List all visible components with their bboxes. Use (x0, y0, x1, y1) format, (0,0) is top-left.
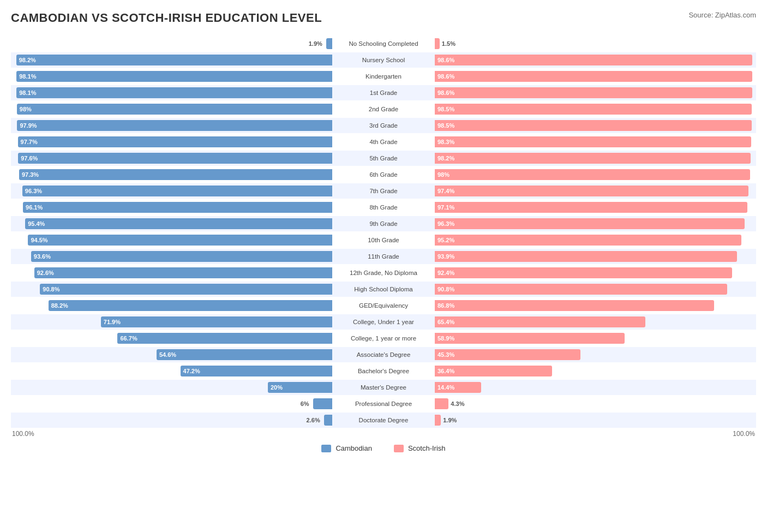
scotchirish-bar: 97.4% (435, 186, 748, 196)
cambodian-value: 96.3% (22, 188, 45, 194)
scotchirish-value: 14.4% (435, 384, 457, 391)
cambodian-value: 71.9% (101, 319, 123, 325)
cambodian-value: 98% (17, 106, 34, 112)
scotchirish-value: 92.4% (435, 270, 457, 276)
scotchirish-bar (435, 38, 440, 49)
scotchirish-value: 98% (435, 171, 452, 178)
bar-left-container: 92.6% (11, 265, 334, 280)
bar-row: 94.5%10th Grade95.2% (11, 232, 756, 248)
cambodian-bar: 97.6% (18, 153, 332, 164)
education-level-label: 4th Grade (334, 139, 433, 145)
scotchirish-bar: 14.4% (435, 382, 481, 393)
legend-scotchirish-box (394, 445, 404, 452)
cambodian-bar: 97.9% (17, 120, 332, 131)
education-level-label: 1st Grade (334, 89, 433, 96)
education-level-label: 8th Grade (334, 204, 433, 211)
cambodian-value: 97.9% (17, 122, 39, 129)
education-level-label: 3rd Grade (334, 122, 433, 129)
bar-left-container: 2.6% (11, 413, 334, 428)
scotchirish-value: 86.8% (435, 302, 457, 309)
bar-row: 6%Professional Degree4.3% (11, 396, 756, 411)
cambodian-bar: 98.2% (16, 55, 332, 65)
bar-row: 96.1%8th Grade97.1% (11, 200, 756, 215)
bar-row: 90.8%High School Diploma90.8% (11, 282, 756, 297)
cambodian-value: 96.1% (23, 204, 45, 211)
chart-title: CAMBODIAN VS SCOTCH-IRISH EDUCATION LEVE… (11, 11, 756, 25)
bar-right-container: 58.9% (433, 331, 756, 346)
bar-right-container: 90.8% (433, 282, 756, 297)
bar-left-container: 88.2% (11, 298, 334, 313)
bar-left-container: 96.3% (11, 183, 334, 199)
bar-row: 98%2nd Grade98.5% (11, 101, 756, 117)
cambodian-value: 47.2% (181, 368, 203, 374)
cambodian-bar (326, 38, 332, 49)
bar-row: 92.6%12th Grade, No Diploma92.4% (11, 265, 756, 280)
bar-left-container: 98% (11, 101, 334, 117)
education-level-label: Nursery School (334, 57, 433, 63)
bar-right-container: 95.2% (433, 232, 756, 248)
scotchirish-value: 90.8% (435, 286, 457, 292)
cambodian-bar: 98.1% (16, 87, 332, 98)
cambodian-bar: 54.6% (157, 349, 332, 360)
bar-left-container: 54.6% (11, 347, 334, 362)
bar-right-container: 98.6% (433, 85, 756, 100)
legend-cambodian: Cambodian (321, 444, 372, 452)
bar-left-container: 97.3% (11, 167, 334, 182)
bar-row: 96.3%7th Grade97.4% (11, 183, 756, 199)
cambodian-value: 95.4% (25, 220, 47, 227)
scotchirish-value: 98.6% (435, 89, 457, 96)
legend-scotchirish-label: Scotch-Irish (408, 444, 446, 452)
scotchirish-bar: 92.4% (435, 267, 732, 278)
bar-left-container: 98.2% (11, 52, 334, 68)
bar-right-container: 98% (433, 167, 756, 182)
bar-row: 97.9%3rd Grade98.5% (11, 118, 756, 133)
bar-right-container: 65.4% (433, 314, 756, 330)
bar-left-container: 20% (11, 380, 334, 395)
cambodian-bar: 95.4% (25, 218, 332, 229)
cambodian-value: 90.8% (40, 286, 62, 292)
scotchirish-value: 93.9% (435, 253, 457, 260)
bar-row: 71.9%College, Under 1 year65.4% (11, 314, 756, 330)
bar-left-container: 47.2% (11, 363, 334, 379)
education-level-label: Associate's Degree (334, 351, 433, 358)
cambodian-value: 98.2% (16, 57, 39, 63)
cambodian-bar: 47.2% (181, 366, 332, 376)
cambodian-bar: 97.7% (18, 136, 332, 147)
legend-cambodian-label: Cambodian (335, 444, 372, 452)
cambodian-bar: 98% (17, 104, 332, 115)
bar-right-container: 98.6% (433, 52, 756, 68)
bar-right-container: 97.4% (433, 183, 756, 199)
scotchirish-value: 98.2% (435, 155, 457, 162)
bar-left-container: 71.9% (11, 314, 334, 330)
scotchirish-bar: 90.8% (435, 284, 727, 295)
bar-row: 97.3%6th Grade98% (11, 167, 756, 182)
cambodian-value: 97.6% (18, 155, 40, 162)
scotchirish-value: 97.4% (435, 188, 457, 194)
bar-left-container: 96.1% (11, 200, 334, 215)
cambodian-value: 93.6% (31, 253, 53, 260)
education-level-label: 7th Grade (334, 188, 433, 194)
bar-left-container: 97.6% (11, 151, 334, 166)
scotchirish-value: 1.5% (442, 40, 456, 47)
scotchirish-bar: 98.2% (435, 153, 751, 164)
education-level-label: No Schooling Completed (334, 40, 433, 47)
bar-left-container: 90.8% (11, 282, 334, 297)
cambodian-value: 20% (268, 384, 285, 391)
bar-right-container: 96.3% (433, 216, 756, 231)
legend-scotchirish: Scotch-Irish (394, 444, 446, 452)
education-level-label: Master's Degree (334, 384, 433, 391)
cambodian-value: 92.6% (34, 270, 57, 276)
cambodian-bar: 93.6% (31, 251, 332, 262)
education-level-label: High School Diploma (334, 286, 433, 292)
axis-row: 100.0% 100.0% (11, 430, 756, 438)
cambodian-value: 2.6% (307, 417, 322, 423)
scotchirish-value: 96.3% (435, 220, 457, 227)
scotchirish-bar: 98.6% (435, 55, 752, 65)
bar-right-container: 98.6% (433, 69, 756, 84)
scotchirish-value: 98.5% (435, 122, 457, 129)
scotchirish-value: 1.9% (443, 417, 457, 423)
education-level-label: Bachelor's Degree (334, 368, 433, 374)
chart-area: 1.9%No Schooling Completed1.5%98.2%Nurse… (11, 36, 756, 428)
cambodian-value: 97.7% (18, 139, 40, 145)
cambodian-value: 54.6% (157, 351, 179, 358)
